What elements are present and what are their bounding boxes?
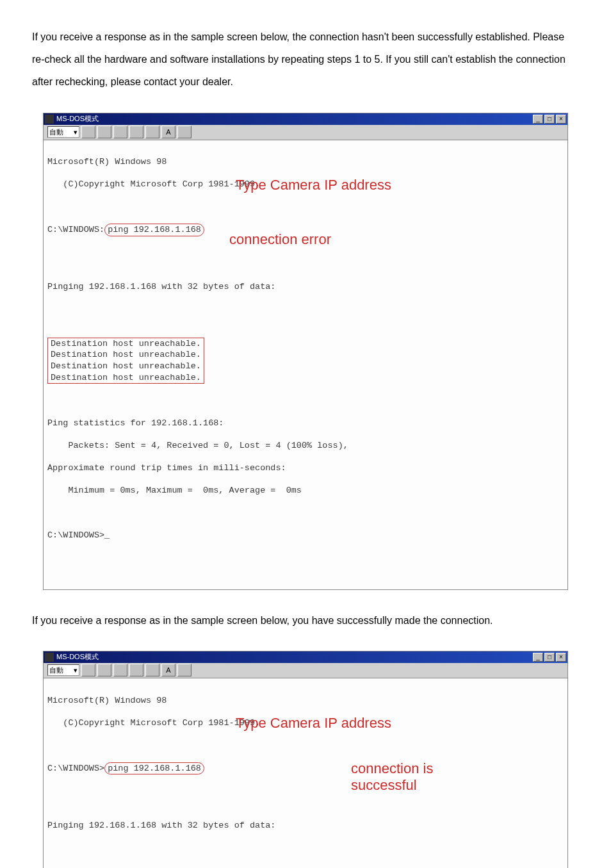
maximize-button[interactable]: □ [544,115,555,124]
copyright-line-1: Microsoft(R) Windows 98 [47,695,564,707]
dest-unreach-1: Destination host unreachable. [51,338,201,350]
intro-paragraph-1: If you receive a response as in the samp… [32,26,579,94]
app-icon [45,115,54,124]
unreachable-block: Destination host unreachable.Destination… [47,338,204,384]
toolbar-button-7[interactable] [177,664,191,676]
toolbar-button-2[interactable] [97,126,111,138]
annotation-connection-error: connection error [229,231,331,249]
chevron-down-icon: ▾ [74,666,77,675]
copyright-line-1: Microsoft(R) Windows 98 [47,156,564,168]
pinging-line: Pinging 192.168.1.168 with 32 bytes of d… [47,281,564,293]
ping-command: ping 192.168.1.168 [104,762,204,775]
select-value: 自動 [49,666,63,675]
toolbar: 自動 ▾ A [44,125,567,140]
close-button[interactable]: × [556,115,566,124]
stats-line-4: Minimum = 0ms, Maximum = 0ms, Average = … [47,485,564,496]
window-title: MS-DOS模式 [56,114,99,124]
toolbar-button-1[interactable] [81,664,95,676]
toolbar-button-6[interactable]: A [161,126,175,138]
toolbar-button-6[interactable]: A [161,664,175,676]
toolbar-button-5[interactable] [145,664,159,676]
annotation-type-ip: Type Camera IP address [236,714,391,733]
ping-command: ping 192.168.1.168 [104,224,204,236]
minimize-button[interactable]: _ [533,653,543,662]
toolbar-button-4[interactable] [129,664,143,676]
stats-line-3: Approximate round trip times in milli-se… [47,463,564,474]
toolbar-button-3[interactable] [113,664,127,676]
toolbar-button-7[interactable] [177,126,191,138]
app-icon [45,653,54,662]
minimize-button[interactable]: _ [533,115,543,124]
toolbar-button-1[interactable] [81,126,95,138]
titlebar: MS-DOS模式 _ □ × [44,651,567,663]
dos-window-error: MS-DOS模式 _ □ × 自動 ▾ A Microsoft(R) Windo… [43,113,568,590]
dest-unreach-2: Destination host unreachable. [51,349,201,361]
terminal-output: Microsoft(R) Windows 98 (C)Copyright Mic… [44,140,567,589]
dest-unreach-4: Destination host unreachable. [51,372,201,384]
font-size-select[interactable]: 自動 ▾ [47,664,79,676]
titlebar: MS-DOS模式 _ □ × [44,113,567,125]
pinging-line: Pinging 192.168.1.168 with 32 bytes of d… [47,820,564,831]
close-button[interactable]: × [556,653,566,662]
toolbar-button-4[interactable] [129,126,143,138]
annotation-connection-success: connection issuccessful [351,760,433,794]
toolbar: 自動 ▾ A [44,663,567,678]
toolbar-button-2[interactable] [97,664,111,676]
prompt-end: C:\WINDOWS>_ [47,530,564,541]
terminal-output: Microsoft(R) Windows 98 (C)Copyright Mic… [44,678,567,868]
prompt-prefix: C:\WINDOWS: [47,225,104,234]
toolbar-button-3[interactable] [113,126,127,138]
toolbar-button-5[interactable] [145,126,159,138]
window-title: MS-DOS模式 [56,652,99,662]
stats-line-1: Ping statistics for 192.168.1.168: [47,418,564,429]
annotation-type-ip: Type Camera IP address [236,176,391,195]
chevron-down-icon: ▾ [74,128,77,136]
dest-unreach-3: Destination host unreachable. [51,361,201,372]
dos-window-success: MS-DOS模式 _ □ × 自動 ▾ A Microsoft(R) Windo… [43,651,568,868]
font-size-select[interactable]: 自動 ▾ [47,126,79,138]
intro-paragraph-2: If you receive a response as in the samp… [32,609,579,632]
prompt-prefix: C:\WINDOWS> [47,764,104,773]
stats-line-2: Packets: Sent = 4, Received = 0, Lost = … [47,440,564,452]
maximize-button[interactable]: □ [544,653,555,662]
select-value: 自動 [49,127,63,137]
